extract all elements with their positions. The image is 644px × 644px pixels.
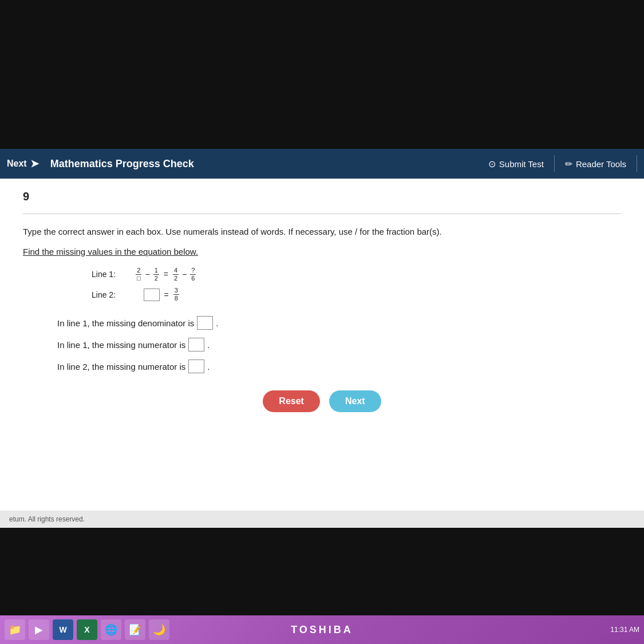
numerator2-input[interactable] [188, 359, 204, 373]
submit-icon: ⊙ [488, 159, 496, 169]
next-nav-label: Next [7, 159, 27, 169]
fraction-1-num: 1 [153, 267, 159, 275]
taskbar-edge-icon[interactable]: 🌙 [149, 619, 169, 640]
nav-right: ⊙ Submit Test ✏ Reader Tools [488, 155, 637, 172]
footer-text: etum. All rights reserved. [9, 515, 85, 523]
equation-line1: Line 1: 2 □ − 1 2 = 4 2 − ? 6 [92, 267, 621, 282]
reset-button[interactable]: Reset [263, 390, 320, 412]
line2-label: Line 2: [92, 290, 132, 299]
taskbar-time: 11:31 AM [610, 626, 639, 634]
taskbar-chrome-icon[interactable]: 🌐 [101, 619, 121, 640]
fraction-4-num: 4 [173, 267, 179, 275]
footer: etum. All rights reserved. [0, 511, 644, 528]
fraction-1-2: 1 2 [153, 267, 159, 282]
answer-line3-text: In line 2, the missing numerator is [57, 362, 185, 372]
fraction-4-2: 4 2 [173, 267, 179, 282]
content-box: 9 Type the correct answer in each box. U… [0, 179, 644, 511]
nav-bar: Next ➤ Mathematics Progress Check ⊙ Subm… [0, 149, 644, 179]
minus-sign1: − [145, 270, 150, 279]
buttons-row: Reset Next [23, 390, 621, 412]
taskbar-excel-icon[interactable]: X [77, 619, 97, 640]
question-number: 9 [23, 190, 621, 203]
fraction-3-num: 3 [173, 287, 179, 295]
next-nav-button[interactable]: Next ➤ [7, 157, 39, 170]
taskbar: 📁 ▶ W X 🌐 📝 🌙 TOSHIBA 11:31 AM [0, 615, 644, 644]
line2-blank-input[interactable] [144, 289, 160, 301]
answer-line-3: In line 2, the missing numerator is . [57, 359, 621, 373]
next-arrow-icon: ➤ [30, 157, 39, 170]
page-title: Mathematics Progress Check [50, 158, 194, 170]
taskbar-brand: TOSHIBA [291, 624, 353, 636]
nav-divider2 [637, 155, 637, 172]
period2: . [207, 340, 210, 350]
find-missing-text: Find the missing values in the equation … [23, 247, 621, 256]
fraction-6-den: 6 [190, 275, 196, 282]
fraction-3-8: 3 8 [173, 287, 179, 302]
separator [23, 214, 621, 214]
reader-tools-label: Reader Tools [576, 159, 626, 169]
taskbar-files-icon[interactable]: 📁 [5, 619, 25, 640]
equation-line2: Line 2: = 3 8 [92, 287, 621, 302]
fraction-8-den: 8 [173, 295, 179, 302]
instructions-text: Type the correct answer in each box. Use… [23, 226, 621, 239]
equation-section: Line 1: 2 □ − 1 2 = 4 2 − ? 6 [92, 267, 621, 303]
period1: . [216, 318, 218, 328]
answer-line-2: In line 1, the missing numerator is . [57, 338, 621, 351]
fraction-denominator-blank: □ [136, 275, 142, 282]
eq-sign2: = [164, 290, 168, 299]
taskbar-notes-icon[interactable]: 📝 [125, 619, 145, 640]
taskbar-right-area: 11:31 AM [610, 626, 639, 634]
fraction-1-den: 2 [153, 275, 159, 282]
taskbar-word-icon[interactable]: W [53, 619, 73, 640]
nav-divider [554, 155, 555, 172]
reader-tools-icon: ✏ [565, 159, 572, 169]
eq-sign1: = [164, 270, 168, 279]
black-top-area [0, 0, 644, 149]
reader-tools-button[interactable]: ✏ Reader Tools [565, 159, 626, 169]
answer-lines: In line 1, the missing denominator is . … [57, 316, 621, 373]
denominator-input[interactable] [197, 316, 213, 330]
period3: . [207, 362, 210, 372]
minus-sign2: − [182, 270, 187, 279]
answer-line-1: In line 1, the missing denominator is . [57, 316, 621, 330]
fraction-blank-6: ? 6 [190, 267, 196, 282]
submit-label: Submit Test [499, 159, 544, 169]
answer-line1-text: In line 1, the missing denominator is [57, 318, 194, 328]
numerator1-input[interactable] [188, 338, 204, 351]
next-button[interactable]: Next [329, 390, 381, 412]
fraction-blank-num: ? [190, 267, 196, 275]
fraction-4-den: 2 [173, 275, 179, 282]
taskbar-play-icon[interactable]: ▶ [29, 619, 49, 640]
fraction-numerator-2: 2 [136, 267, 141, 275]
answer-line2-text: In line 1, the missing numerator is [57, 340, 185, 350]
fraction-2-blank: 2 □ [136, 267, 142, 282]
nav-left: Next ➤ Mathematics Progress Check [7, 157, 488, 170]
submit-test-button[interactable]: ⊙ Submit Test [488, 159, 544, 169]
line1-label: Line 1: [92, 270, 132, 279]
